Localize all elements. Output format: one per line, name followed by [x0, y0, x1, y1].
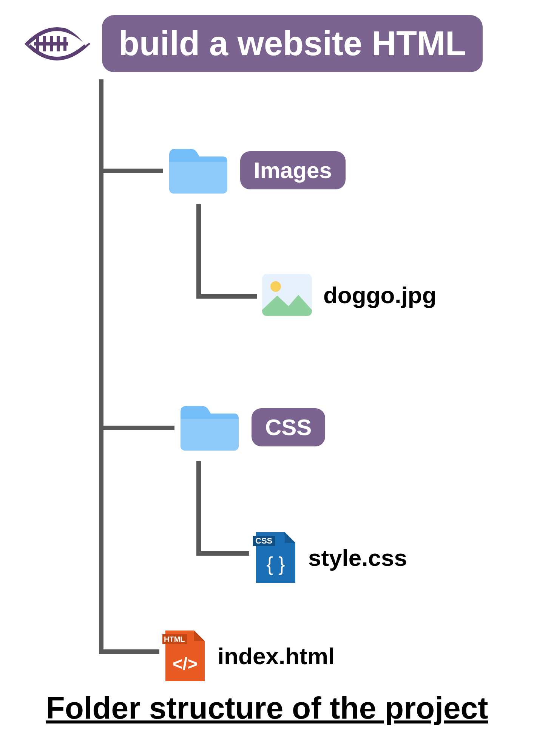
tree-connector: [99, 426, 174, 430]
style-css-file-label: style.css: [308, 544, 407, 571]
images-folder-label: Images: [240, 151, 346, 189]
index-html-file-label: index.html: [218, 643, 335, 669]
tree-connector: [196, 551, 249, 556]
tree-connector: [196, 204, 201, 299]
svg-text:</>: </>: [173, 654, 198, 674]
tree-connector: [196, 294, 257, 299]
root-node: build a website HTML: [23, 15, 483, 72]
css-folder-label: CSS: [252, 408, 325, 446]
html-file-icon: HTML </>: [162, 627, 208, 684]
tree-connector: [99, 169, 163, 173]
root-title-badge: build a website HTML: [102, 15, 483, 72]
football-logo-icon: [23, 17, 91, 70]
style-css-file-node: CSS { } style.css: [253, 529, 407, 586]
svg-text:{ }: { }: [266, 553, 285, 575]
svg-point-7: [270, 281, 281, 292]
tree-connector: [99, 649, 159, 654]
diagram-caption: Folder structure of the project: [0, 690, 534, 726]
css-file-icon: CSS { }: [253, 529, 298, 586]
css-badge-text: CSS: [255, 536, 272, 545]
tree-connector: [99, 79, 103, 654]
images-folder-node: Images: [166, 144, 346, 197]
html-badge-text: HTML: [164, 635, 185, 643]
image-file-icon: [261, 272, 313, 318]
folder-icon: [166, 144, 230, 197]
diagram-canvas: build a website HTML Images: [0, 0, 534, 756]
doggo-file-node: doggo.jpg: [261, 272, 437, 318]
doggo-file-label: doggo.jpg: [323, 282, 437, 308]
index-html-file-node: HTML </> index.html: [162, 627, 335, 684]
tree-connector: [196, 461, 201, 556]
css-folder-node: CSS: [177, 401, 325, 454]
folder-icon: [177, 401, 242, 454]
